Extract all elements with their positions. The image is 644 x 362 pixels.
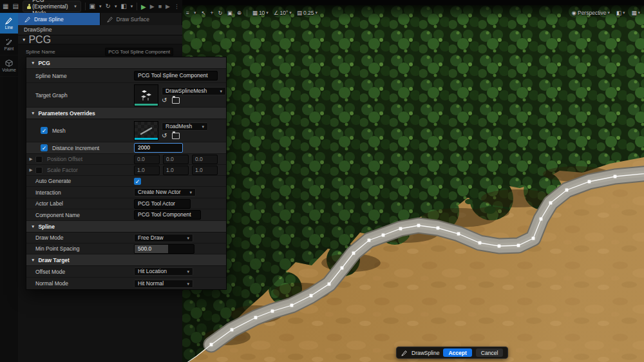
expand-arrow-icon[interactable]: ▶ xyxy=(26,157,35,162)
position-offset-x[interactable]: 0.0 xyxy=(134,155,160,164)
pcg-details-float-panel: ▼ PCG Spline Name PCG Tool Spline Compon… xyxy=(26,57,227,290)
browse-to-asset-icon[interactable] xyxy=(172,133,180,139)
main-toolbar: ▦ ▤ PCG (Experimental) Mode ▾ ▣▾ ↻▾ ◧▾ ▶… xyxy=(0,0,182,13)
mesh-thumbnail[interactable] xyxy=(134,121,158,140)
position-offset-checkbox[interactable] xyxy=(35,156,43,163)
combo-value: Free Draw xyxy=(138,234,164,242)
expand-arrow-icon[interactable]: ▶ xyxy=(26,167,35,173)
sidebar-item-label: Paint xyxy=(5,46,14,51)
stop-button[interactable]: ■ xyxy=(158,3,162,10)
normal-mode-combo[interactable]: Hit Normal ▾ xyxy=(134,280,193,288)
row-mesh: ✓ Mesh RoadMesh ▾ ↺ xyxy=(26,119,226,142)
unreal-editor-window: ▦ ▤ PCG (Experimental) Mode ▾ ▣▾ ↻▾ ◧▾ ▶… xyxy=(0,0,644,362)
spline-name-value-bg[interactable]: PCG Tool Spline Component xyxy=(105,48,173,56)
show-flags-dropdown[interactable]: ▦ ▾ xyxy=(631,10,640,16)
position-offset-z[interactable]: 0.0 xyxy=(192,155,218,164)
browse-to-asset-icon[interactable] xyxy=(172,97,180,104)
chevron-down-icon: ▾ xyxy=(194,10,196,15)
tab-draw-surface[interactable]: Draw Surface xyxy=(100,13,183,25)
viewport-options-icon[interactable]: ≡ xyxy=(186,10,189,16)
cinematics-icon[interactable]: ◧ xyxy=(120,0,126,13)
use-selected-asset-icon[interactable]: ↺ xyxy=(162,133,167,139)
content-drawer-icon[interactable]: ▤ xyxy=(12,0,18,13)
chevron-down-icon: ▾ xyxy=(189,188,192,196)
add-actor-icon[interactable]: ▣ xyxy=(90,0,95,13)
property-label: Distance Increment xyxy=(52,145,99,151)
actor-label-input[interactable]: PCG Tool Actor xyxy=(134,199,191,209)
tool-confirm-overlay: DrawSpline Accept Cancel xyxy=(396,347,508,359)
row-actor-label: Actor Label PCG Tool Actor xyxy=(26,198,226,209)
level-viewport[interactable]: ≡ ▾ ↖ + ↻ ▣ ⊕ ▦ 10 ▾ ∠ 10° ▾ ▤ xyxy=(182,5,644,362)
row-spline-name: Spline Name PCG Tool Spline Component xyxy=(26,69,226,83)
tab-label: Draw Spline xyxy=(34,16,64,23)
mesh-override-checkbox[interactable]: ✓ xyxy=(41,127,48,134)
play-button[interactable]: ▶ xyxy=(141,3,146,10)
tab-draw-spline[interactable]: Draw Spline xyxy=(18,13,100,25)
grid-snap-control[interactable]: ▦ 10 ▾ xyxy=(252,10,269,16)
view-mode-icon: ◧ xyxy=(616,10,621,16)
scale-tool-icon[interactable]: ▣ xyxy=(227,10,232,16)
slider-value: 500.0 xyxy=(138,245,151,253)
mesh-combo[interactable]: RoadMesh ▾ xyxy=(162,122,208,131)
row-normal-mode: Normal Mode Hit Normal ▾ xyxy=(26,278,226,289)
pen-icon xyxy=(24,16,31,23)
editor-mode-dropdown[interactable]: PCG (Experimental) Mode ▾ xyxy=(23,1,81,12)
launch-platforms-button[interactable]: ▶ xyxy=(166,3,170,10)
distance-increment-input[interactable]: 2000 xyxy=(134,143,183,153)
spline-name-input[interactable]: PCG Tool Spline Component xyxy=(134,71,218,81)
position-offset-y[interactable]: 0.0 xyxy=(163,155,189,164)
move-tool-icon[interactable]: + xyxy=(211,10,214,16)
select-tool-icon[interactable]: ↖ xyxy=(201,10,205,16)
sidebar-item-volume[interactable]: Volume xyxy=(0,55,18,77)
cancel-button[interactable]: Cancel xyxy=(476,348,503,357)
offset-mode-combo[interactable]: Hit Location ▾ xyxy=(134,267,193,276)
scale-factor-checkbox[interactable] xyxy=(35,167,43,174)
details-category-pcg[interactable]: ▼ PCG xyxy=(18,35,182,44)
rotation-snap-icon: ∠ xyxy=(274,10,279,16)
interaction-combo[interactable]: Create New Actor ▾ xyxy=(134,188,196,196)
scale-snap-control[interactable]: ▤ 0.25 ▾ xyxy=(297,10,317,16)
accept-button[interactable]: Accept xyxy=(443,348,471,357)
sidebar-item-paint[interactable]: Paint xyxy=(0,34,18,55)
auto-generate-checkbox[interactable]: ✓ xyxy=(134,178,141,185)
property-label: Actor Label xyxy=(26,200,63,207)
target-graph-combo[interactable]: DrawSplineMesh ▾ xyxy=(162,87,226,95)
draw-mode-combo[interactable]: Free Draw ▾ xyxy=(134,234,193,242)
scale-factor-z[interactable]: 1.0 xyxy=(192,166,218,175)
min-point-spacing-slider[interactable]: 500.0 xyxy=(134,244,194,254)
rotate-tool-icon[interactable]: ↻ xyxy=(218,10,223,16)
tab-label: Draw Surface xyxy=(117,16,150,23)
perspective-dropdown[interactable]: ◉ Perspective ▾ xyxy=(572,10,610,16)
rotation-snap-control[interactable]: ∠ 10° ▾ xyxy=(274,10,292,16)
toolbar-kebab-menu[interactable]: ⋮ xyxy=(174,3,180,10)
category-draw-target[interactable]: ▼ Draw Target xyxy=(26,254,226,266)
use-selected-asset-icon[interactable]: ↺ xyxy=(162,97,167,104)
category-parameters-overrides[interactable]: ▼ Parameters Overrides xyxy=(26,108,226,119)
chevron-down-icon: ▾ xyxy=(187,267,189,276)
pcg-graph-thumbnail[interactable] xyxy=(134,84,158,106)
scale-factor-x[interactable]: 1.0 xyxy=(134,166,160,175)
chevron-down-icon: ▾ xyxy=(187,234,189,242)
view-mode-dropdown[interactable]: ◧ ▾ xyxy=(616,10,625,16)
category-label: Parameters Overrides xyxy=(38,110,95,117)
frame-skip-button[interactable]: ▶ xyxy=(150,3,155,10)
distance-increment-checkbox[interactable]: ✓ xyxy=(41,144,48,151)
scale-factor-y[interactable]: 1.0 xyxy=(163,166,189,175)
component-name-input[interactable]: PCG Tool Component xyxy=(134,210,201,220)
blueprints-icon[interactable]: ↻ xyxy=(106,0,111,13)
sidebar-item-line[interactable]: Line xyxy=(0,13,18,34)
pen-icon xyxy=(107,16,113,23)
category-spline[interactable]: ▼ Spline xyxy=(26,221,226,233)
category-pcg[interactable]: ▼ PCG xyxy=(26,57,226,69)
chevron-down-icon: ▾ xyxy=(99,4,102,9)
viewport-scene xyxy=(182,5,644,362)
combo-value: Create New Actor xyxy=(138,188,181,196)
chevron-down-icon: ▾ xyxy=(289,10,292,15)
chevron-down-icon: ▾ xyxy=(74,4,77,9)
mesh-preview-icon xyxy=(138,124,154,137)
category-label: Draw Target xyxy=(38,257,70,263)
row-offset-mode: Offset Mode Hit Location ▾ xyxy=(26,266,226,278)
viewport-toolbar: ≡ ▾ ↖ + ↻ ▣ ⊕ ▦ 10 ▾ ∠ 10° ▾ ▤ xyxy=(182,5,644,21)
save-all-icon[interactable]: ▦ xyxy=(3,0,8,13)
world-local-toggle-icon[interactable]: ⊕ xyxy=(237,10,242,16)
